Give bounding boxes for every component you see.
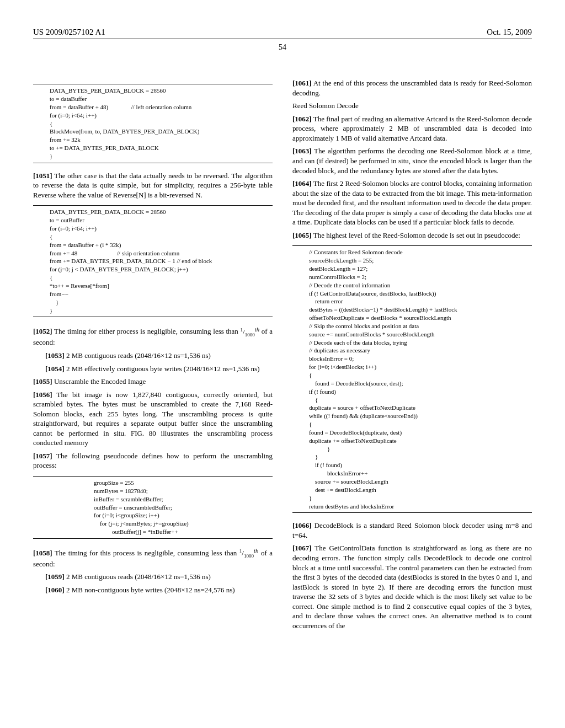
para-num: [1061] — [292, 79, 312, 87]
code-block-4: // Constants for Reed Solomon decode sou… — [292, 248, 532, 510]
para-1058: [1058] The timing for this process is ne… — [33, 547, 273, 569]
para-text: DecodeBlock is a standard Reed Solomon b… — [292, 521, 532, 539]
code-block-1: DATA_BYTES_PER_DATA_BLOCK = 28560 to = d… — [33, 87, 273, 160]
para-1056: [1056] The bit image is now 1,827,840 co… — [33, 390, 273, 448]
fraction: 1/1000 — [241, 328, 255, 336]
para-1061: [1061] At the end of this process the un… — [292, 78, 532, 98]
para-text: The first 2 Reed-Solomon blocks are cont… — [292, 179, 532, 226]
para-1059: [1059] 2 MB contiguous reads (2048/16×12… — [33, 572, 273, 582]
code-rule — [33, 317, 273, 317]
right-column: [1061] At the end of this process the un… — [292, 78, 532, 634]
para-text: 2 MB non-contiguous byte writes (2048×12… — [65, 586, 235, 594]
para-text: The highest level of the Reed-Solomon de… — [312, 231, 520, 239]
para-text: The other case is that the data actually… — [33, 172, 273, 199]
para-num: [1060] — [45, 586, 65, 594]
para-text: Unscramble the Encoded Image — [52, 377, 146, 386]
para-1054: [1054] 2 MB effectively contiguous byte … — [33, 364, 273, 374]
para-1062: [1062] The final part of reading an alte… — [292, 114, 532, 143]
para-num: [1062] — [292, 115, 312, 123]
code-rule — [292, 245, 532, 246]
code-rule — [33, 205, 273, 206]
para-text: The timing for either process is negligi… — [52, 328, 241, 336]
para-num: [1065] — [292, 231, 312, 239]
section-heading: Reed Solomon Decode — [292, 101, 532, 111]
para-num: [1053] — [45, 351, 65, 360]
para-num: [1052] — [33, 328, 52, 336]
para-1065: [1065] The highest level of the Reed-Sol… — [292, 231, 532, 240]
para-num: [1056] — [33, 390, 52, 399]
para-text: The following pseudocode defines how to … — [33, 452, 273, 470]
para-text: At the end of this process the unscrambl… — [292, 79, 532, 97]
para-num: [1067] — [292, 544, 312, 552]
para-text: 2 MB contiguous reads (2048/16×12 ns=1,5… — [65, 351, 211, 360]
para-1066: [1066] DecodeBlock is a standard Reed So… — [292, 521, 532, 540]
para-text: The bit image is now 1,827,840 contiguou… — [33, 390, 273, 447]
code-block-3: groupSize = 255 numBytes = 1827840; inBu… — [33, 479, 273, 536]
code-rule — [33, 163, 273, 163]
para-text: 2 MB effectively contiguous byte writes … — [65, 365, 260, 373]
para-text: The algorithm performs the decoding one … — [292, 147, 532, 174]
para-num: [1051] — [33, 172, 52, 180]
para-num: [1064] — [292, 179, 312, 188]
para-1055: [1055] Unscramble the Encoded Image — [33, 377, 273, 387]
para-text: 2 MB contiguous reads (2048/16×12 ns=1,5… — [65, 572, 211, 581]
para-num: [1057] — [33, 452, 52, 460]
code-rule — [292, 512, 532, 513]
para-text: The final part of reading an alternative… — [292, 115, 532, 142]
para-num: [1063] — [292, 147, 312, 155]
left-column: DATA_BYTES_PER_DATA_BLOCK = 28560 to = d… — [33, 78, 273, 634]
code-rule — [33, 476, 273, 477]
para-text: The GetControlData function is straightf… — [292, 544, 532, 629]
code-rule — [33, 538, 273, 539]
code-rule — [33, 84, 273, 84]
para-num: [1055] — [33, 377, 52, 386]
two-column-body: DATA_BYTES_PER_DATA_BLOCK = 28560 to = d… — [33, 78, 532, 634]
para-1067: [1067] The GetControlData function is st… — [292, 543, 532, 630]
publication-number: US 2009/0257102 A1 — [33, 26, 105, 38]
para-num: [1054] — [45, 365, 65, 373]
para-1063: [1063] The algorithm performs the decodi… — [292, 146, 532, 175]
para-text: The timing for this process is negligibl… — [52, 549, 239, 557]
para-1051: [1051] The other case is that the data a… — [33, 171, 273, 200]
para-num: [1066] — [292, 521, 312, 529]
para-1052: [1052] The timing for either process is … — [33, 325, 273, 347]
code-block-2: DATA_BYTES_PER_DATA_BLOCK = 28560 to = o… — [33, 208, 273, 314]
para-1053: [1053] 2 MB contiguous reads (2048/16×12… — [33, 351, 273, 361]
page-header: US 2009/0257102 A1 Oct. 15, 2009 — [33, 26, 532, 39]
publication-date: Oct. 15, 2009 — [487, 26, 532, 38]
para-num: [1058] — [33, 549, 52, 557]
page-number: 54 — [33, 42, 532, 53]
fraction: 1/1000 — [239, 549, 254, 557]
para-num: [1059] — [45, 572, 65, 581]
para-1060: [1060] 2 MB non-contiguous byte writes (… — [33, 585, 273, 595]
patent-page: US 2009/0257102 A1 Oct. 15, 2009 54 DATA… — [0, 0, 565, 728]
para-1064: [1064] The first 2 Reed-Solomon blocks a… — [292, 179, 532, 227]
para-1057: [1057] The following pseudocode defines … — [33, 451, 273, 470]
